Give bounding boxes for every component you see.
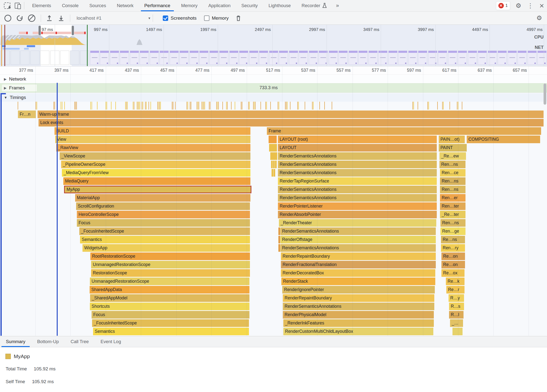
flame-bar[interactable]: _Re…ew <box>439 152 466 160</box>
flame-bar[interactable]: Re…ns <box>441 236 465 243</box>
flame-bar[interactable]: PAINT <box>439 144 467 152</box>
timing-marker-tick[interactable] <box>125 102 126 110</box>
timing-marker-tick[interactable] <box>145 102 146 110</box>
timing-marker-tick[interactable] <box>175 102 176 110</box>
flame-bar[interactable]: Ren…ns <box>440 177 465 185</box>
reload-button[interactable] <box>16 15 23 22</box>
flame-bar[interactable]: _RenderTheater <box>279 219 436 227</box>
timing-marker-tick[interactable] <box>298 102 299 110</box>
timing-marker-tick[interactable] <box>203 102 203 110</box>
filmstrip-frame[interactable] <box>518 51 527 65</box>
timing-marker-tick[interactable] <box>248 102 249 110</box>
filmstrip-frame[interactable] <box>339 51 348 65</box>
flame-bar[interactable]: RenderRepaintBoundary <box>283 294 434 302</box>
flame-bar[interactable]: _PipelineOwnerScope <box>61 161 250 168</box>
tab-performance[interactable]: Performance <box>139 0 176 11</box>
timing-marker-tick[interactable] <box>437 102 438 110</box>
timing-marker-tick[interactable] <box>286 102 287 110</box>
filmstrip-frame[interactable] <box>349 51 358 65</box>
filmstrip-frame[interactable] <box>30 51 40 65</box>
timing-marker-tick[interactable] <box>187 102 187 110</box>
flame-bar[interactable]: RenderSemanticsAnnotations <box>280 227 436 235</box>
flame-bar[interactable] <box>452 328 463 335</box>
flame-bar[interactable]: Ren…ns <box>440 186 465 193</box>
filmstrip-frame[interactable] <box>80 51 89 65</box>
playhead-line[interactable] <box>57 83 58 336</box>
timing-marker-tick[interactable] <box>111 102 111 110</box>
flame-bar[interactable]: Semantics <box>93 328 249 335</box>
filmstrip-frame[interactable] <box>70 51 79 65</box>
filmstrip-frame[interactable] <box>40 51 49 65</box>
timing-marker-tick[interactable] <box>191 102 191 110</box>
clear-button[interactable] <box>28 14 35 22</box>
flame-bar[interactable]: UnmanagedRestorationScope <box>91 261 250 268</box>
timing-marker-tick[interactable] <box>442 102 443 110</box>
timing-marker-tick[interactable] <box>290 102 290 110</box>
filmstrip-frame[interactable] <box>528 51 537 65</box>
window-left-handle[interactable] <box>39 26 41 35</box>
timing-marker-tick[interactable] <box>172 102 172 110</box>
load-profile-icon[interactable] <box>46 15 53 22</box>
tab-recorder[interactable]: Recorder <box>296 0 332 11</box>
filmstrip-frame[interactable] <box>498 51 507 65</box>
filmstrip-frame[interactable] <box>120 51 129 65</box>
flame-bar[interactable]: Shortcuts <box>90 303 249 310</box>
timing-marker-tick[interactable] <box>443 102 444 110</box>
filmstrip-frame[interactable] <box>508 51 517 65</box>
timing-marker-tick[interactable] <box>134 102 134 110</box>
flame-bar[interactable]: Re…on <box>441 252 465 260</box>
timing-marker-tick[interactable] <box>133 102 133 110</box>
flame-bar[interactable]: RenderAbsorbPointer <box>278 211 437 218</box>
filmstrip-frame[interactable] <box>537 51 547 65</box>
timings-track-header[interactable]: ▼ Timings <box>0 93 547 102</box>
flame-bar[interactable]: Lock events <box>39 119 544 126</box>
filmstrip-frame[interactable] <box>140 51 149 65</box>
frames-track[interactable]: ▶ Frames 733.3 ms <box>0 83 547 93</box>
flame-bar[interactable]: COMPOSITING <box>467 136 540 143</box>
filmstrip-frame[interactable] <box>329 51 338 65</box>
filmstrip-frame[interactable] <box>309 51 318 65</box>
timing-marker-tick[interactable] <box>36 102 36 110</box>
timing-marker-tick[interactable] <box>450 102 450 110</box>
filmstrip-frame[interactable] <box>179 51 189 65</box>
timing-marker-tick[interactable] <box>90 102 91 110</box>
inspect-element-icon[interactable] <box>3 2 11 9</box>
timing-marker-tick[interactable] <box>149 102 149 110</box>
flame-bar[interactable] <box>270 152 272 160</box>
timing-marker-tick[interactable] <box>173 102 173 110</box>
flame-bar[interactable]: WidgetsApp <box>82 244 250 252</box>
timing-marker-tick[interactable] <box>278 102 278 110</box>
filmstrip-frame[interactable] <box>398 51 407 65</box>
window-right-handle[interactable] <box>72 26 74 35</box>
timing-marker-tick[interactable] <box>313 102 314 110</box>
timing-marker-tick[interactable] <box>413 102 414 110</box>
timing-marker-tick[interactable] <box>218 102 219 110</box>
flame-bar[interactable]: _RawView <box>56 144 250 152</box>
timing-marker-tick[interactable] <box>412 102 413 110</box>
session-select[interactable]: localhost #1 ▾ <box>77 15 150 21</box>
timing-marker-tick[interactable] <box>427 102 428 110</box>
timing-marker-tick[interactable] <box>160 102 161 110</box>
flame-bar[interactable]: Frame <box>267 127 541 135</box>
timing-marker-tick[interactable] <box>107 102 107 110</box>
timing-marker-tick[interactable] <box>226 102 227 110</box>
timing-marker-tick[interactable] <box>222 102 223 110</box>
tab-network[interactable]: Network <box>111 0 139 11</box>
flame-bar[interactable]: Warm-up frame <box>38 111 544 118</box>
filmstrip-frame[interactable] <box>160 51 169 65</box>
filmstrip-frame[interactable] <box>11 51 20 65</box>
filmstrip-frame[interactable] <box>269 51 278 65</box>
save-profile-icon[interactable] <box>58 15 65 22</box>
timing-marker-tick[interactable] <box>312 102 313 110</box>
tab-security[interactable]: Security <box>236 0 263 11</box>
flame-bar[interactable]: RenderOffstage <box>280 236 436 243</box>
flame-bar[interactable] <box>275 161 277 168</box>
flame-bar[interactable] <box>269 136 277 143</box>
filmstrip-frame[interactable] <box>488 51 497 65</box>
record-button[interactable] <box>4 15 11 22</box>
flame-bar[interactable]: UnmanagedRestorationScope <box>90 278 249 285</box>
flame-bar[interactable] <box>272 169 273 177</box>
timing-marker-tick[interactable] <box>462 102 462 110</box>
timing-marker-tick[interactable] <box>287 102 287 110</box>
flame-bar-selected[interactable]: MyApp <box>64 186 251 193</box>
